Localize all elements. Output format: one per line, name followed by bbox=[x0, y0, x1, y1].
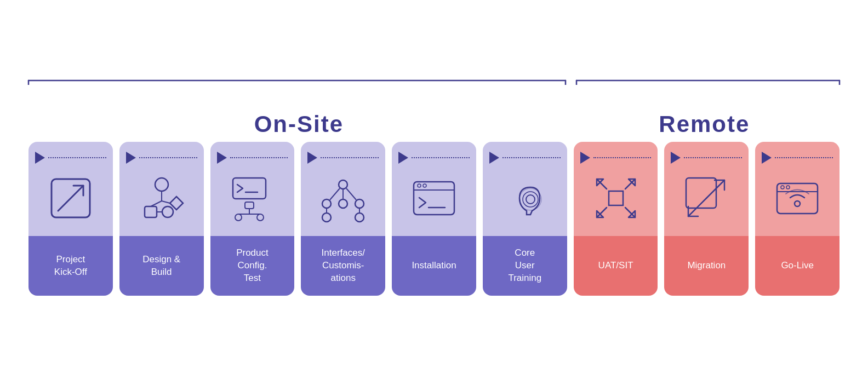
svg-point-21 bbox=[235, 214, 242, 221]
col-project-kickoff: ProjectKick-Off bbox=[28, 142, 113, 296]
col-label-migration: Migration bbox=[687, 260, 726, 272]
connector-line bbox=[321, 157, 379, 158]
col-uat-sit: UAT/SIT bbox=[574, 142, 658, 296]
connector-line bbox=[593, 157, 652, 158]
col-migration: Migration bbox=[664, 142, 749, 296]
connector-line bbox=[48, 157, 106, 158]
col-interfaces: Interfaces/Customis-ations bbox=[301, 142, 385, 296]
svg-point-24 bbox=[322, 199, 331, 208]
svg-rect-42 bbox=[609, 191, 623, 205]
col-installation: Installation bbox=[392, 142, 476, 296]
arrow-icon bbox=[489, 152, 499, 164]
installation-icon bbox=[409, 174, 459, 223]
svg-point-37 bbox=[423, 184, 426, 187]
onsite-label: On-Site bbox=[28, 111, 569, 137]
svg-line-29 bbox=[330, 188, 340, 200]
svg-point-36 bbox=[418, 184, 421, 187]
arrow-icon bbox=[398, 152, 408, 164]
col-label-project-kickoff: ProjectKick-Off bbox=[54, 254, 87, 279]
svg-point-49 bbox=[786, 186, 790, 189]
migration-icon bbox=[682, 174, 731, 223]
design-icon bbox=[137, 174, 186, 223]
arrow-icon bbox=[671, 152, 681, 164]
connector-line bbox=[775, 157, 833, 158]
col-label-core-user-training: CoreUserTraining bbox=[508, 247, 541, 285]
svg-point-25 bbox=[339, 199, 347, 208]
connector-line bbox=[139, 157, 197, 158]
connector-line bbox=[502, 157, 561, 158]
svg-line-31 bbox=[346, 188, 356, 200]
arrow-icon bbox=[580, 152, 590, 164]
svg-point-39 bbox=[526, 195, 535, 204]
col-label-go-live: Go-Live bbox=[781, 260, 814, 272]
svg-point-28 bbox=[355, 213, 364, 222]
svg-rect-10 bbox=[145, 206, 157, 217]
connector-line bbox=[230, 157, 288, 158]
col-product-config: ProductConfig.Test bbox=[210, 142, 295, 296]
col-core-user-training: CoreUserTraining bbox=[483, 142, 567, 296]
col-label-product-config: ProductConfig.Test bbox=[236, 247, 269, 285]
svg-point-40 bbox=[523, 192, 538, 207]
svg-point-8 bbox=[155, 178, 168, 191]
main-diagram: On-Site Remote ProjectKick-Off bbox=[23, 78, 845, 296]
svg-point-23 bbox=[339, 180, 347, 189]
svg-point-27 bbox=[322, 213, 331, 222]
kickoff-icon bbox=[46, 174, 95, 223]
connector-line bbox=[684, 157, 742, 158]
svg-point-48 bbox=[781, 186, 784, 189]
bracket-svg bbox=[23, 47, 845, 85]
arrow-icon bbox=[217, 152, 227, 164]
training-icon bbox=[500, 174, 550, 223]
col-label-uat-sit: UAT/SIT bbox=[598, 260, 633, 272]
svg-rect-46 bbox=[777, 183, 818, 214]
svg-line-45 bbox=[688, 198, 706, 216]
svg-point-22 bbox=[257, 214, 264, 221]
svg-point-11 bbox=[162, 206, 173, 217]
svg-point-26 bbox=[355, 199, 364, 208]
arrow-icon bbox=[35, 152, 45, 164]
col-label-design-build: Design &Build bbox=[142, 254, 180, 279]
uat-icon bbox=[591, 174, 641, 223]
svg-rect-16 bbox=[233, 178, 266, 199]
remote-label: Remote bbox=[569, 111, 840, 137]
config-icon bbox=[227, 174, 277, 223]
svg-point-50 bbox=[795, 201, 800, 206]
golive-icon bbox=[773, 174, 822, 223]
arrow-icon bbox=[307, 152, 317, 164]
connector-line bbox=[412, 157, 470, 158]
svg-line-44 bbox=[706, 180, 724, 198]
arrow-icon bbox=[126, 152, 136, 164]
interfaces-icon bbox=[318, 174, 368, 223]
columns-container: ProjectKick-Off bbox=[23, 142, 845, 296]
svg-line-13 bbox=[162, 201, 170, 203]
col-label-installation: Installation bbox=[412, 260, 456, 272]
arrow-icon bbox=[762, 152, 772, 164]
col-design-build: Design &Build bbox=[119, 142, 204, 296]
svg-line-7 bbox=[58, 186, 83, 211]
col-label-interfaces: Interfaces/Customis-ations bbox=[322, 247, 365, 285]
svg-line-14 bbox=[151, 201, 162, 206]
col-go-live: Go-Live bbox=[755, 142, 840, 296]
svg-rect-18 bbox=[245, 202, 254, 209]
